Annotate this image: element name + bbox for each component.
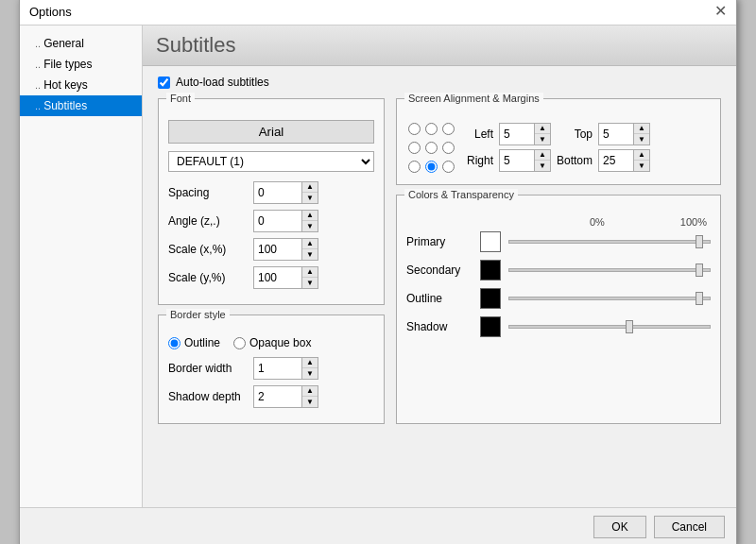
border-width-label: Border width xyxy=(168,362,253,375)
radio-top-center[interactable] xyxy=(425,123,438,135)
sidebar-item-file-types[interactable]: File types xyxy=(20,54,142,75)
left-down-btn[interactable]: ▼ xyxy=(535,134,550,144)
sidebar-item-subtitles[interactable]: Subtitles xyxy=(20,95,142,116)
border-width-row: Border width ▲ ▼ xyxy=(168,357,374,380)
shadow-swatch[interactable] xyxy=(480,316,501,337)
right-spinner: ▲ ▼ xyxy=(499,149,551,172)
border-width-up-btn[interactable]: ▲ xyxy=(302,358,318,368)
font-preset-select[interactable]: DEFAULT (1) xyxy=(168,151,374,172)
radio-tl xyxy=(406,120,421,137)
top-down-btn[interactable]: ▼ xyxy=(634,134,649,144)
font-name-button[interactable]: Arial xyxy=(168,120,374,144)
outline-radio-label: Outline xyxy=(184,336,220,349)
radio-mid-left[interactable] xyxy=(408,142,421,154)
radio-mid-right[interactable] xyxy=(442,142,455,154)
border-width-input[interactable] xyxy=(254,360,301,377)
shadow-slider[interactable] xyxy=(508,325,711,329)
outline-color-label: Outline xyxy=(406,292,472,305)
opaque-box-radio[interactable] xyxy=(233,337,246,349)
font-group-label: Font xyxy=(166,93,195,104)
right-up-btn[interactable]: ▲ xyxy=(535,150,550,161)
spacing-input[interactable] xyxy=(254,184,301,201)
content-area: Subtitles Auto-load subtitles Font Arial xyxy=(143,26,736,507)
right-input[interactable] xyxy=(500,152,534,169)
auto-load-label: Auto-load subtitles xyxy=(176,76,269,89)
margin-grid: Left ▲ ▼ Top xyxy=(467,123,650,172)
border-width-spinner-btns: ▲ ▼ xyxy=(301,358,318,379)
spacing-down-btn[interactable]: ▼ xyxy=(302,193,318,203)
shadow-depth-label: Shadow depth xyxy=(168,390,253,403)
opaque-box-radio-label: Opaque box xyxy=(249,336,311,349)
shadow-depth-input[interactable] xyxy=(254,388,301,405)
top-label: Top xyxy=(557,128,593,141)
window-title: Options xyxy=(29,5,72,19)
bottom-down-btn[interactable]: ▼ xyxy=(634,161,649,171)
radio-tc xyxy=(423,120,438,137)
scale-y-row: Scale (y,%) ▲ ▼ xyxy=(168,266,374,289)
left-panels: Font Arial DEFAULT (1) Spacing xyxy=(158,98,385,424)
scale-x-input[interactable] xyxy=(254,241,301,258)
border-style-label: Border style xyxy=(166,309,230,320)
shadow-depth-up-btn[interactable]: ▲ xyxy=(302,386,318,397)
sidebar-item-general[interactable]: General xyxy=(20,33,142,54)
auto-load-checkbox[interactable] xyxy=(158,76,170,89)
angle-input[interactable] xyxy=(254,212,301,230)
shadow-color-label: Shadow xyxy=(406,320,472,333)
outline-swatch[interactable] xyxy=(480,288,501,309)
top-up-btn[interactable]: ▲ xyxy=(634,124,649,134)
outline-slider[interactable] xyxy=(508,297,711,300)
radio-bot-left[interactable] xyxy=(408,161,421,173)
scale-y-up-btn[interactable]: ▲ xyxy=(302,267,318,278)
left-spinner-btns: ▲ ▼ xyxy=(534,124,550,144)
radio-top-right[interactable] xyxy=(442,123,455,135)
cancel-button[interactable]: Cancel xyxy=(654,516,725,538)
primary-slider[interactable] xyxy=(508,240,711,244)
scale-x-down-btn[interactable]: ▼ xyxy=(302,249,318,260)
top-input[interactable] xyxy=(599,126,633,143)
scale-y-input[interactable] xyxy=(254,269,301,286)
spacing-up-btn[interactable]: ▲ xyxy=(302,182,318,193)
secondary-slider[interactable] xyxy=(508,268,711,272)
alignment-radio-grid xyxy=(406,120,455,175)
top-spinner: ▲ ▼ xyxy=(598,123,650,145)
radio-bot-right[interactable] xyxy=(442,161,455,173)
right-down-btn[interactable]: ▼ xyxy=(535,161,550,171)
options-dialog: Options ✕ General File types Hot keys Su… xyxy=(19,0,737,544)
angle-down-btn[interactable]: ▼ xyxy=(302,221,318,231)
scale-x-spinner-btns: ▲ ▼ xyxy=(301,239,318,260)
radio-mr xyxy=(440,139,455,156)
radio-mid-center[interactable] xyxy=(425,142,438,154)
scale-y-down-btn[interactable]: ▼ xyxy=(302,278,318,288)
bottom-bar: OK Cancel xyxy=(20,507,736,544)
shadow-depth-down-btn[interactable]: ▼ xyxy=(302,397,318,407)
radio-top-left[interactable] xyxy=(408,123,421,135)
border-style-group: Border style Outline Opaque box xyxy=(158,314,385,424)
window-body: General File types Hot keys Subtitles Su… xyxy=(20,26,736,507)
border-radio-row: Outline Opaque box xyxy=(168,336,374,349)
left-input[interactable] xyxy=(500,126,534,143)
scale-x-up-btn[interactable]: ▲ xyxy=(302,239,318,249)
sidebar-item-hot-keys[interactable]: Hot keys xyxy=(20,75,142,95)
outline-radio[interactable] xyxy=(168,337,180,349)
primary-color-row: Primary xyxy=(406,231,711,252)
ok-button[interactable]: OK xyxy=(593,516,645,538)
angle-up-btn[interactable]: ▲ xyxy=(302,211,318,221)
primary-swatch[interactable] xyxy=(480,231,501,252)
radio-tr xyxy=(440,120,455,137)
radio-bot-center[interactable] xyxy=(425,161,438,173)
secondary-swatch[interactable] xyxy=(480,260,501,280)
secondary-label: Secondary xyxy=(406,264,472,277)
left-spinner: ▲ ▼ xyxy=(499,123,551,145)
shadow-thumb xyxy=(626,320,633,333)
border-width-down-btn[interactable]: ▼ xyxy=(302,368,318,379)
sidebar: General File types Hot keys Subtitles xyxy=(20,26,143,507)
angle-spinner-btns: ▲ ▼ xyxy=(301,211,318,231)
bottom-spinner: ▲ ▼ xyxy=(598,149,650,172)
title-bar: Options ✕ xyxy=(20,0,736,26)
bottom-input[interactable] xyxy=(599,152,633,169)
bottom-up-btn[interactable]: ▲ xyxy=(634,150,649,161)
left-up-btn[interactable]: ▲ xyxy=(535,124,550,134)
close-button[interactable]: ✕ xyxy=(714,4,727,19)
primary-label: Primary xyxy=(406,235,472,248)
alignment-group: Screen Alignment & Margins xyxy=(396,98,721,185)
